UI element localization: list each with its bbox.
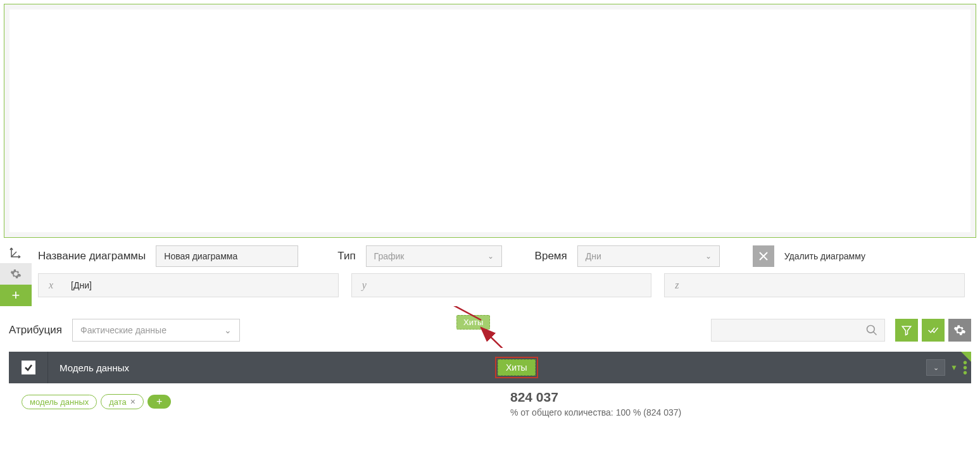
svg-line-2 [481,328,505,348]
chevron-down-icon: ⌄ [705,252,712,261]
expand-chevron-icon[interactable]: ▼ [950,363,958,372]
add-column-corner[interactable] [961,352,971,362]
chart-canvas-area [4,4,976,238]
gear-svg [10,268,22,280]
x-axis-value: [Дни] [71,280,92,290]
settings-button[interactable] [948,319,971,342]
hits-percent-text: % от общего количества: 100 % (824 037) [510,407,971,417]
hits-column-header[interactable]: Хиты [498,359,536,376]
value-cell: 824 037 % от общего количества: 100 % (8… [496,386,971,417]
hits-column-header-highlight: Хиты [495,357,538,378]
check-icon [24,363,33,372]
chevron-down-icon: ⌄ [224,325,232,335]
chart-time-value: Дни [586,251,601,261]
y-axis-input[interactable]: y [351,273,652,297]
z-axis-letter: z [675,280,679,291]
tag-model[interactable]: модель данных [22,395,97,409]
chart-title-label: Название диаграммы [38,250,146,263]
gear-icon[interactable] [0,263,32,285]
tag-date[interactable]: дата × [101,394,144,409]
chart-type-label: Тип [337,250,355,263]
delete-chart-button[interactable] [753,245,774,267]
search-input[interactable] [711,319,885,342]
chart-config-row: + Название диаграммы Тип График ⌄ Время … [0,242,971,306]
add-chart-button[interactable]: + [0,285,32,306]
chevron-down-icon: ⌄ [487,252,494,261]
chart-time-select[interactable]: Дни ⌄ [577,245,720,267]
tags-cell: модель данных дата × + [9,386,496,417]
x-axis-letter: x [49,280,53,291]
svg-point-0 [867,326,875,333]
y-axis-letter: y [362,280,367,291]
tag-date-remove[interactable]: × [130,397,135,407]
hits-drag-chip[interactable]: Хиты [456,315,490,330]
chart-canvas[interactable] [9,9,971,232]
close-icon [758,251,769,261]
delete-chart-label: Удалить диаграмму [784,251,865,261]
data-row: модель данных дата × + 824 037 % от обще… [9,386,971,417]
chart-title-input[interactable] [156,245,298,267]
select-all-checkbox[interactable] [9,352,48,383]
z-axis-input[interactable]: z [664,273,965,297]
chart-type-value: График [374,251,405,261]
chart-time-label: Время [535,250,567,263]
search-icon [865,324,878,337]
filter-icon [901,324,912,336]
tag-model-label: модель данных [30,397,89,407]
chart-type-select[interactable]: График ⌄ [366,245,502,267]
double-check-icon [927,324,939,336]
attribution-value: Фактические данные [80,325,166,335]
table-header: Модель данных Хиты ⌄ ▼ ••• [9,352,971,383]
gear-icon [953,324,966,337]
attribution-row: Атрибуция Фактические данные ⌄ Хиты [0,306,980,348]
hits-count: 824 037 [510,390,971,405]
x-axis-input[interactable]: x [Дни] [38,273,339,297]
add-tag-button[interactable]: + [148,395,171,409]
tag-date-label: дата [109,397,127,407]
header-column-select[interactable]: ⌄ [926,359,945,376]
attribution-label: Атрибуция [9,324,62,337]
left-controls: + [0,242,32,306]
axes-svg [9,245,23,259]
filter-button[interactable] [895,319,918,342]
more-options-button[interactable]: ••• [963,361,967,374]
axes-icon[interactable] [0,242,32,263]
attribution-select[interactable]: Фактические данные ⌄ [72,319,240,342]
check-all-button[interactable] [922,319,945,342]
